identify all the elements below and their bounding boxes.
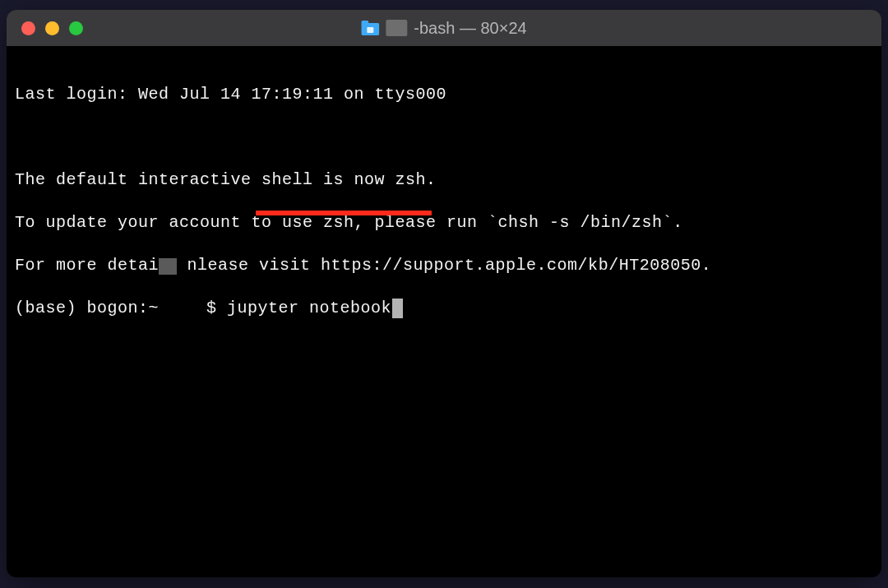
maximize-button[interactable] — [69, 21, 83, 35]
redacted-user — [159, 300, 206, 317]
output-line — [15, 127, 873, 148]
prompt-line: (base) bogon:~$ jupyter notebook — [15, 298, 873, 319]
terminal-content[interactable]: Last login: Wed Jul 14 17:19:11 on ttys0… — [7, 46, 881, 391]
traffic-lights — [21, 21, 83, 35]
annotation-underline — [256, 211, 432, 215]
prompt-dollar: $ — [206, 298, 227, 319]
title-text: -bash — 80×24 — [414, 19, 526, 38]
folder-icon — [361, 21, 379, 35]
terminal-window: -bash — 80×24 Last login: Wed Jul 14 17:… — [7, 10, 881, 577]
redacted-title-part — [386, 20, 407, 36]
close-button[interactable] — [21, 21, 35, 35]
output-line: For more detai nlease visit https://supp… — [15, 255, 873, 276]
output-line: The default interactive shell is now zsh… — [15, 169, 873, 191]
titlebar[interactable]: -bash — 80×24 — [7, 10, 881, 46]
svg-rect-1 — [361, 21, 368, 25]
output-line: To update your account to use zsh, pleas… — [15, 212, 873, 234]
cursor — [392, 299, 403, 318]
redacted-text — [159, 258, 177, 275]
window-title: -bash — 80×24 — [361, 19, 526, 38]
minimize-button[interactable] — [45, 21, 59, 35]
svg-rect-2 — [367, 27, 373, 33]
typed-command: jupyter notebook — [227, 298, 391, 319]
output-line: Last login: Wed Jul 14 17:19:11 on ttys0… — [15, 84, 873, 105]
prompt-prefix: (base) bogon:~ — [15, 298, 159, 319]
